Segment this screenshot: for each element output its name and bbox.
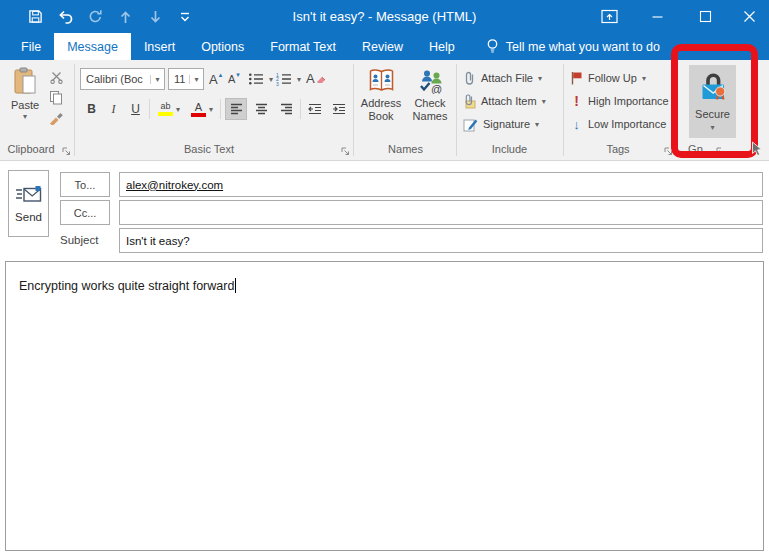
tell-me-label: Tell me what you want to do [506,40,660,54]
font-color-dropdown-arrow-icon: ▾ [209,105,213,114]
shrink-font-button[interactable]: A ▾ [228,69,240,89]
tab-insert[interactable]: Insert [131,33,188,60]
mouse-cursor-icon [751,141,764,158]
font-name-dropdown-arrow-icon: ▾ [150,75,164,84]
tags-group-label: Tags [563,143,673,158]
save-icon[interactable] [20,0,50,33]
font-color-button[interactable]: A ▾ [187,98,217,120]
to-recipient[interactable]: alex@nitrokey.com [126,179,223,191]
grow-font-button[interactable]: A ▴ [209,69,222,89]
clipboard-group-label: Clipboard [0,143,62,158]
clipboard-dialog-launcher-icon[interactable] [60,145,72,157]
tell-me-box[interactable]: Tell me what you want to do [486,33,660,60]
attach-item-icon [463,93,476,109]
font-name-combo[interactable]: Calibri (Boc ▾ [80,68,165,90]
paste-clipboard-icon [13,67,37,96]
bullets-button[interactable]: ▾ [248,69,273,89]
align-left-button[interactable] [225,98,247,120]
tab-review[interactable]: Review [349,33,416,60]
numbering-icon: 123 [276,72,292,86]
message-body-editor[interactable]: Encrypting works quite straight forward [5,261,764,551]
to-field[interactable]: alex@nitrokey.com [119,172,763,197]
gpg-group-label: Gp... [684,143,716,158]
align-left-icon [230,103,243,115]
attach-file-button[interactable]: Attach File ▾ [463,68,542,88]
tab-options[interactable]: Options [188,33,257,60]
copy-button[interactable] [46,88,66,106]
basic-text-group-label: Basic Text [76,143,342,158]
attach-file-label: Attach File [481,72,533,84]
title-bar: Isn't it easy? - Message (HTML) [0,0,769,33]
numbering-button[interactable]: 123 ▾ [276,69,301,89]
cut-button[interactable] [46,68,66,86]
window-title: Isn't it easy? - Message (HTML) [120,0,649,33]
clear-formatting-button[interactable]: A [306,68,326,88]
tab-help[interactable]: Help [416,33,468,60]
cc-field[interactable] [119,200,763,225]
send-label: Send [15,211,42,223]
cc-button[interactable]: Cc... [60,200,110,225]
attach-item-label: Attach Item [481,95,537,107]
high-importance-label: High Importance [588,95,669,107]
follow-up-dropdown-arrow-icon: ▾ [642,74,646,83]
follow-up-button[interactable]: Follow Up ▾ [570,68,646,88]
paste-button[interactable]: Paste ▾ [6,65,44,139]
check-names-button[interactable]: @ Check Names [406,65,454,139]
signature-icon [463,117,478,132]
decrease-indent-button[interactable] [304,98,326,120]
align-center-icon [255,103,268,115]
secure-button[interactable]: Secure ▾ [689,65,736,138]
eraser-icon [316,73,326,83]
italic-button[interactable]: I [104,98,123,120]
high-importance-button[interactable]: ! High Importance [570,91,669,111]
font-name-value: Calibri (Boc [86,73,143,85]
bold-button[interactable]: B [82,98,101,120]
attach-item-button[interactable]: Attach Item ▾ [463,91,546,111]
undo-icon[interactable] [50,0,80,33]
check-names-label: Check Names [407,97,453,123]
check-names-icon: @ [417,68,444,94]
bullets-dropdown-arrow-icon: ▾ [269,75,273,84]
align-right-button[interactable] [275,98,297,120]
close-icon[interactable] [736,0,762,33]
ribbon-tab-bar: File Message Insert Options Format Text … [0,33,769,60]
lightbulb-icon [486,38,499,55]
attach-file-dropdown-arrow-icon: ▾ [538,74,542,83]
send-button[interactable]: Send [8,170,49,237]
ribbon-display-options-icon[interactable] [596,0,622,33]
highlight-dropdown-arrow-icon: ▾ [176,105,180,114]
format-painter-button[interactable] [46,108,66,126]
paperclip-icon [463,70,476,86]
to-button[interactable]: To... [60,172,110,197]
tab-message[interactable]: Message [54,33,131,60]
gpg-lock-icon [698,70,728,102]
align-center-button[interactable] [250,98,272,120]
address-book-icon [368,68,395,94]
basic-text-dialog-launcher-icon[interactable] [339,145,351,157]
align-right-icon [280,103,293,115]
subject-label: Subject [60,234,98,246]
minimize-icon[interactable] [644,0,670,33]
subject-field[interactable]: Isn't it easy? [119,228,763,253]
secure-label: Secure [695,108,730,120]
paste-label: Paste [11,99,39,112]
signature-button[interactable]: Signature ▾ [463,114,539,134]
svg-text:3: 3 [276,81,279,87]
tab-file[interactable]: File [8,33,54,60]
gpg-dialog-launcher-icon[interactable] [714,145,726,157]
address-book-button[interactable]: Address Book [357,65,405,139]
tab-format-text[interactable]: Format Text [257,33,349,60]
text-highlight-button[interactable]: ab ▾ [154,98,184,120]
increase-indent-button[interactable] [328,98,350,120]
low-importance-label: Low Importance [588,118,666,130]
tags-dialog-launcher-icon[interactable] [662,145,674,157]
font-size-combo[interactable]: 11 ▾ [168,68,204,90]
decrease-indent-icon [308,103,322,115]
redo-icon[interactable] [80,0,110,33]
attach-item-dropdown-arrow-icon: ▾ [542,97,546,106]
maximize-icon[interactable] [692,0,718,33]
underline-button[interactable]: U [126,98,145,120]
body-text: Encrypting works quite straight forward [19,279,234,293]
font-color-icon: A [191,102,206,117]
low-importance-button[interactable]: ↓ Low Importance [570,114,666,134]
